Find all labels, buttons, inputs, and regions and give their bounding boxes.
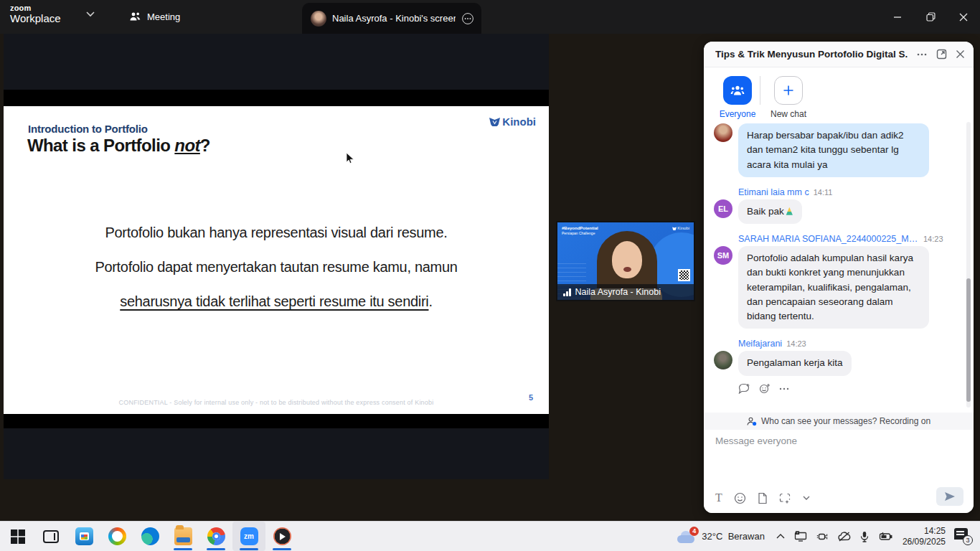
media-player-icon[interactable] bbox=[265, 522, 298, 551]
privacy-notice[interactable]: Who can see your messages? Recording on bbox=[704, 413, 974, 430]
format-text-icon[interactable]: T bbox=[715, 491, 722, 504]
message-input[interactable]: Message everyone bbox=[715, 435, 797, 446]
chevron-down-icon[interactable] bbox=[86, 11, 95, 17]
tab-meeting[interactable]: Meeting bbox=[122, 6, 187, 28]
weather-condition: Berawan bbox=[728, 531, 765, 542]
zoom-workplace-logo[interactable]: zoom Workplace bbox=[10, 4, 61, 24]
message-meta: SARAH MARIA SOFIANA_2244000225_MM EK... … bbox=[738, 234, 958, 244]
title-bar: zoom Workplace Meeting Naila Asyrofa - K… bbox=[0, 0, 980, 34]
weather-alert-badge: 4 bbox=[689, 527, 699, 536]
reply-icon[interactable] bbox=[738, 383, 750, 394]
tab-new-chat[interactable]: New chat bbox=[766, 76, 811, 119]
chat-tabs: Everyone New chat bbox=[715, 76, 811, 119]
participant-avatar bbox=[311, 11, 326, 27]
speaker-video-thumbnail[interactable]: #BeyondPotentialPersiapan Challenge Kino… bbox=[557, 222, 694, 300]
pop-out-icon[interactable] bbox=[936, 49, 947, 60]
sender-name[interactable]: Meifajarani bbox=[738, 339, 782, 349]
close-window-button[interactable] bbox=[947, 0, 980, 34]
chrome-icon[interactable] bbox=[199, 522, 232, 551]
restore-button[interactable] bbox=[914, 0, 947, 34]
message-bubble[interactable]: Pengalaman kerja kita bbox=[738, 351, 852, 375]
notification-count-badge: 3 bbox=[963, 535, 973, 545]
taskbar-tray: 4 32°C Berawan bbox=[677, 522, 980, 551]
message-time: 14:23 bbox=[786, 339, 806, 348]
meeting-main-area: Introduction to Portfolio What is a Port… bbox=[0, 34, 980, 521]
attach-file-icon[interactable] bbox=[758, 492, 768, 504]
weather-cloud-icon: 4 bbox=[677, 530, 696, 543]
tab-everyone-label: Everyone bbox=[720, 109, 756, 119]
minimize-button[interactable] bbox=[881, 0, 914, 34]
tab-everyone[interactable]: Everyone bbox=[715, 76, 760, 119]
start-button[interactable] bbox=[1, 522, 34, 551]
tab-screen-share-label: Naila Asyrofa - Kinobi's screen bbox=[332, 13, 456, 24]
speaker-face bbox=[612, 241, 642, 278]
file-explorer-icon[interactable] bbox=[166, 522, 199, 551]
copilot-icon[interactable] bbox=[100, 522, 133, 551]
message-bubble[interactable]: Harap bersabar bapak/ibu dan adik2 dan t… bbox=[738, 123, 929, 177]
chat-scrollbar-thumb[interactable] bbox=[966, 278, 971, 402]
speaker-mouth bbox=[623, 267, 631, 272]
send-button[interactable] bbox=[936, 487, 963, 506]
microsoft-store-icon[interactable] bbox=[67, 522, 100, 551]
clock-widget[interactable]: 14:25 26/09/2025 bbox=[903, 526, 946, 547]
praying-hands-emoji bbox=[786, 207, 793, 215]
battery-charging-icon[interactable] bbox=[878, 532, 892, 541]
avatar[interactable]: SM bbox=[714, 246, 732, 265]
tab-options-icon[interactable] bbox=[461, 12, 474, 25]
message-time: 14:23 bbox=[923, 235, 943, 243]
people-icon bbox=[129, 11, 141, 22]
zoom-workplace-window: zoom Workplace Meeting Naila Asyrofa - K… bbox=[0, 0, 980, 551]
video-overlay-caption: #BeyondPotentialPersiapan Challenge bbox=[562, 226, 598, 236]
avatar[interactable] bbox=[714, 351, 732, 369]
slide-body-line3: seharusnya tidak terlihat seperti resume… bbox=[120, 293, 428, 309]
connection-signal-icon bbox=[563, 288, 571, 296]
chat-title: Tips & Trik Menyusun Portofolio Digital … bbox=[715, 49, 908, 60]
chat-message: EL Baik pak bbox=[714, 199, 958, 224]
more-actions-icon[interactable] bbox=[779, 387, 789, 390]
cast-display-icon[interactable] bbox=[794, 531, 807, 542]
microphone-tray-icon[interactable] bbox=[860, 531, 869, 542]
task-view-button[interactable] bbox=[34, 522, 67, 551]
tab-new-chat-label: New chat bbox=[771, 109, 806, 119]
emoji-icon[interactable] bbox=[734, 492, 746, 504]
slide-title-emphasis: not bbox=[174, 136, 200, 155]
who-can-see-icon bbox=[747, 417, 757, 426]
sender-name[interactable]: SARAH MARIA SOFIANA_2244000225_MM EK... bbox=[738, 234, 919, 244]
composer-options-chevron-icon[interactable] bbox=[803, 496, 810, 500]
camera-tray-icon[interactable] bbox=[816, 532, 829, 542]
letterbox-top bbox=[4, 90, 549, 106]
chat-message-list[interactable]: Harap bersabar bapak/ibu dan adik2 dan t… bbox=[704, 119, 974, 410]
logo-workplace-text: Workplace bbox=[10, 12, 61, 24]
notification-center-icon[interactable]: 3 bbox=[954, 528, 973, 545]
new-chat-plus-icon bbox=[774, 76, 803, 105]
chat-panel: Tips & Trik Menyusun Portofolio Digital … bbox=[704, 42, 974, 513]
tab-meeting-label: Meeting bbox=[147, 11, 180, 22]
chat-more-icon[interactable] bbox=[916, 49, 928, 60]
message-bubble[interactable]: Baik pak bbox=[738, 199, 802, 224]
tray-time: 14:25 bbox=[903, 526, 946, 537]
composer-toolbar: T bbox=[715, 491, 810, 504]
edge-icon[interactable] bbox=[133, 522, 166, 551]
avatar[interactable] bbox=[714, 123, 732, 142]
zoom-app-icon[interactable]: zm bbox=[232, 522, 265, 551]
tray-icons bbox=[776, 531, 892, 542]
chat-header: Tips & Trik Menyusun Portofolio Digital … bbox=[704, 42, 974, 67]
tab-screen-share[interactable]: Naila Asyrofa - Kinobi's screen bbox=[302, 3, 481, 34]
weather-widget[interactable]: 4 32°C Berawan bbox=[677, 530, 765, 543]
tray-date: 26/09/2025 bbox=[903, 537, 946, 547]
message-time: 14:11 bbox=[814, 188, 833, 197]
chat-message: SM Portofolio adalah kumpulan hasil kary… bbox=[714, 246, 958, 329]
cloud-offline-icon[interactable] bbox=[838, 532, 851, 542]
hidden-icons-chevron[interactable] bbox=[776, 534, 785, 539]
screenshot-icon[interactable] bbox=[779, 493, 791, 504]
avatar[interactable]: EL bbox=[714, 199, 732, 218]
chat-scrollbar[interactable] bbox=[966, 122, 971, 408]
kinobi-logo-text: Kinobi bbox=[502, 116, 536, 128]
add-reaction-icon[interactable] bbox=[759, 383, 771, 395]
close-chat-icon[interactable] bbox=[956, 50, 965, 59]
slide-body-line2: Portofolio dapat menyertakan tautan resu… bbox=[95, 259, 457, 275]
shared-screen-viewport: Introduction to Portfolio What is a Port… bbox=[4, 34, 549, 479]
message-composer: Message everyone T bbox=[704, 430, 974, 513]
message-bubble[interactable]: Portofolio adalah kumpulan hasil karya d… bbox=[738, 246, 929, 329]
sender-name[interactable]: Etimani laia mm c bbox=[738, 187, 809, 197]
